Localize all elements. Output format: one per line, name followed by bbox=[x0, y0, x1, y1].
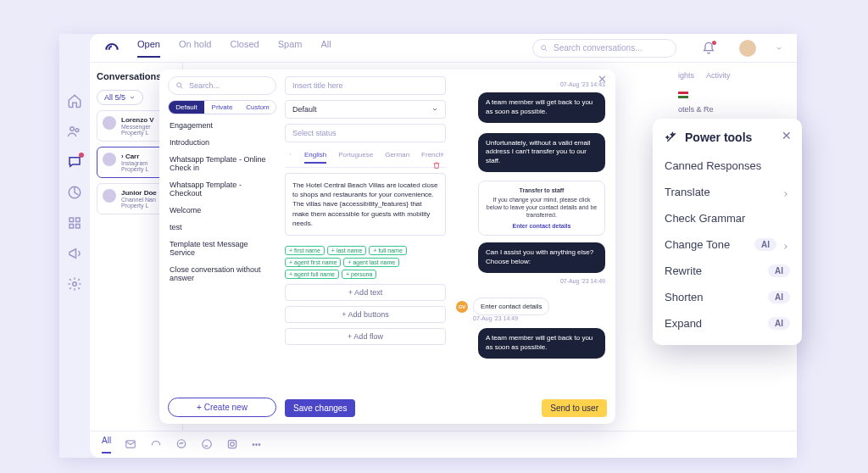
tab-spam[interactable]: Spam bbox=[278, 39, 303, 58]
bot-message: A team member will get back to you as so… bbox=[478, 92, 605, 123]
trash-icon[interactable] bbox=[432, 161, 441, 170]
chevron-left-icon[interactable] bbox=[288, 151, 292, 158]
template-list: Engagement Introduction Whatsapp Templat… bbox=[168, 121, 276, 392]
lang-portuguese[interactable]: Portuguese bbox=[338, 151, 373, 164]
hotel-name: otels & Re bbox=[678, 105, 714, 114]
tab-all[interactable]: All bbox=[320, 39, 331, 58]
tab-closed[interactable]: Closed bbox=[230, 39, 259, 58]
filter-pill[interactable]: All 5/5 bbox=[97, 90, 143, 105]
svg-rect-12 bbox=[228, 440, 236, 448]
send-to-user-button[interactable]: Send to user bbox=[542, 399, 607, 417]
tab-activity[interactable]: Activity bbox=[706, 71, 731, 80]
token-first-name[interactable]: first name bbox=[285, 246, 325, 255]
close-icon[interactable]: ✕ bbox=[782, 129, 792, 142]
power-tool-label: Change Tone bbox=[665, 238, 730, 251]
channel-whatsapp-icon[interactable] bbox=[201, 438, 213, 452]
card-link[interactable]: Enter contact details bbox=[486, 222, 598, 230]
global-search[interactable]: Search conversations... bbox=[532, 39, 676, 58]
chevron-down-icon bbox=[431, 106, 438, 113]
card-title: Transfer to staff bbox=[486, 186, 598, 194]
ai-badge: AI bbox=[768, 291, 790, 303]
channel-hijiffy-icon[interactable] bbox=[150, 438, 162, 452]
chevron-right-icon bbox=[782, 188, 790, 197]
bot-message: A team member will get back to you as so… bbox=[478, 328, 605, 359]
channel-more-icon[interactable]: ••• bbox=[252, 440, 261, 449]
contacts-icon[interactable] bbox=[67, 124, 82, 139]
power-tool-item[interactable]: Canned Responses bbox=[665, 153, 790, 179]
add-text-button[interactable]: + Add text bbox=[285, 284, 446, 301]
type-dropdown[interactable]: Default bbox=[285, 100, 446, 119]
channel-instagram-icon[interactable] bbox=[226, 438, 238, 452]
user-avatar[interactable] bbox=[739, 40, 756, 57]
template-item[interactable]: Engagement bbox=[170, 121, 271, 130]
lang-english[interactable]: English bbox=[304, 151, 326, 164]
power-tool-label: Rewrite bbox=[665, 264, 702, 277]
tab-open[interactable]: Open bbox=[137, 39, 160, 58]
bell-icon[interactable] bbox=[702, 42, 715, 55]
close-icon[interactable]: ✕ bbox=[598, 73, 607, 86]
channel-messenger-icon[interactable] bbox=[175, 438, 187, 452]
title-input[interactable]: Insert title here bbox=[285, 76, 446, 95]
template-search[interactable]: Search... bbox=[168, 76, 276, 95]
template-item[interactable]: Whatsapp Template - Online Check in bbox=[170, 155, 271, 172]
svg-rect-5 bbox=[70, 225, 74, 229]
segment-default[interactable]: Default bbox=[169, 101, 204, 114]
power-tool-item[interactable]: Translate bbox=[665, 179, 790, 205]
create-new-button[interactable]: + Create new bbox=[168, 398, 276, 417]
popover-title: Power tools bbox=[685, 131, 752, 144]
tab-insights[interactable]: ights bbox=[678, 71, 694, 80]
timestamp: 07-Aug '23 14:49 bbox=[456, 278, 605, 284]
token-full-name[interactable]: full name bbox=[369, 246, 407, 255]
bot-message: Unfortunately, without a valid email add… bbox=[478, 133, 605, 172]
template-item[interactable]: Whatsapp Template - Checkout bbox=[170, 181, 271, 198]
power-tool-item[interactable]: ShortenAI bbox=[665, 284, 790, 310]
avatar bbox=[103, 116, 116, 130]
analytics-icon[interactable] bbox=[67, 185, 82, 200]
search-icon bbox=[175, 81, 184, 90]
logo-icon bbox=[103, 40, 120, 57]
template-item[interactable]: test bbox=[170, 223, 271, 231]
power-tool-item[interactable]: ExpandAI bbox=[665, 310, 790, 337]
inbox-icon[interactable] bbox=[67, 154, 82, 170]
tab-onhold[interactable]: On hold bbox=[179, 39, 212, 58]
add-flow-button[interactable]: + Add flow bbox=[285, 328, 446, 345]
grid-icon[interactable] bbox=[67, 215, 82, 231]
segment-custom[interactable]: Custom bbox=[240, 101, 275, 114]
template-item[interactable]: Introduction bbox=[170, 138, 271, 147]
language-tabs: English Portuguese German French bbox=[285, 147, 446, 168]
token-last-name[interactable]: last name bbox=[327, 246, 366, 255]
template-item[interactable]: Close conversation without answer bbox=[170, 265, 271, 282]
chevron-right-icon[interactable] bbox=[439, 151, 446, 158]
save-button[interactable]: Save changes bbox=[285, 399, 355, 417]
settings-icon[interactable] bbox=[67, 276, 82, 292]
token-agent-last-name[interactable]: agent last name bbox=[343, 258, 399, 267]
home-icon[interactable] bbox=[67, 93, 82, 109]
power-tools-popover: ✕ Power tools Canned ResponsesTranslateC… bbox=[653, 119, 802, 345]
guest-avatar: GV bbox=[456, 301, 468, 313]
add-buttons-button[interactable]: + Add buttons bbox=[285, 306, 446, 323]
popover-title-row: Power tools bbox=[665, 131, 790, 144]
template-body-editor[interactable]: The Hotel Central Beach Villas are locat… bbox=[285, 173, 446, 236]
channel-email-icon[interactable] bbox=[125, 438, 136, 452]
chevron-down-icon[interactable] bbox=[775, 44, 783, 53]
token-persona[interactable]: persona bbox=[342, 270, 376, 279]
broadcast-icon[interactable] bbox=[67, 246, 82, 261]
power-tool-item[interactable]: Check Grammar bbox=[665, 205, 790, 231]
avatar bbox=[103, 153, 116, 166]
svg-rect-3 bbox=[70, 218, 74, 222]
token-agent-first-name[interactable]: agent first name bbox=[285, 258, 341, 267]
power-tool-item[interactable]: RewriteAI bbox=[665, 258, 790, 284]
svg-point-0 bbox=[70, 127, 75, 131]
template-item[interactable]: Template test Message Service bbox=[170, 240, 271, 257]
template-item[interactable]: Welcome bbox=[170, 206, 271, 214]
lang-german[interactable]: German bbox=[385, 151, 409, 164]
power-tool-item[interactable]: Change ToneAI bbox=[665, 231, 790, 258]
property-label: Property L bbox=[121, 203, 148, 209]
segment-private[interactable]: Private bbox=[204, 101, 240, 114]
status-dropdown[interactable]: Select status bbox=[285, 124, 446, 142]
channel-all[interactable]: All bbox=[102, 436, 111, 454]
chevron-down-icon bbox=[129, 94, 136, 101]
svg-point-1 bbox=[75, 129, 79, 132]
token-agent-full-name[interactable]: agent full name bbox=[285, 270, 339, 279]
dropdown-placeholder: Select status bbox=[292, 129, 337, 137]
